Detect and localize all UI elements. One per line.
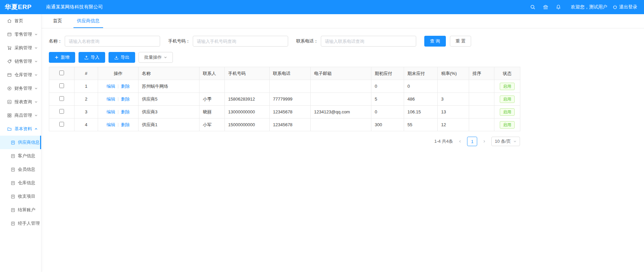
- export-icon: [114, 55, 119, 60]
- supplier-name-cell: 供应商1: [139, 118, 200, 131]
- sidebar-item-sales[interactable]: 销售管理: [0, 55, 41, 68]
- logout-button[interactable]: 退出登录: [613, 4, 637, 10]
- prev-page-button[interactable]: [456, 137, 464, 146]
- sidebar-item-retail[interactable]: 零售管理: [0, 28, 41, 41]
- table-row: 3编辑删除供应商3晓丽13000000000123456781234123@qq…: [49, 106, 520, 118]
- sidebar-item-purchase[interactable]: 采购管理: [0, 41, 41, 55]
- page-size-select[interactable]: 10 条/页: [491, 137, 520, 146]
- edit-link[interactable]: 编辑: [106, 122, 115, 127]
- search-icon[interactable]: [526, 0, 539, 14]
- sidebar-item-home[interactable]: 首页: [0, 14, 41, 28]
- doc-icon: [11, 208, 15, 212]
- sidebar-subitem-supplier[interactable]: 供应商信息: [0, 136, 41, 149]
- sidebar-subitem-member[interactable]: 会员信息: [0, 163, 41, 176]
- end-payable-cell: 55: [404, 118, 438, 131]
- column-header: 期初应付: [371, 67, 404, 80]
- mobile-cell: 13000000000: [225, 106, 270, 118]
- column-header: 期末应付: [404, 67, 438, 80]
- batch-actions-label: 批量操作: [144, 54, 162, 60]
- export-button[interactable]: 导出: [109, 52, 135, 63]
- tab-supplier[interactable]: 供应商信息: [73, 14, 103, 28]
- sidebar-subitem-label: 仓库信息: [18, 180, 35, 186]
- row-select-cell: [49, 80, 74, 93]
- chevron-down-icon: [34, 87, 38, 90]
- name-filter-input[interactable]: [65, 36, 160, 47]
- row-select-cell: [49, 118, 74, 131]
- sidebar-subitem-label: 结算账户: [18, 207, 35, 213]
- import-button[interactable]: 导入: [79, 52, 105, 63]
- delete-link[interactable]: 删除: [121, 84, 130, 89]
- select-all-cell: [49, 67, 74, 80]
- supplier-name-cell: 供应商3: [139, 106, 200, 118]
- mobile-filter-input[interactable]: [193, 36, 288, 47]
- add-button-label: 新增: [61, 54, 69, 60]
- page-number-button[interactable]: 1: [467, 137, 477, 146]
- reset-button[interactable]: 重 置: [450, 36, 471, 47]
- home-icon: [7, 19, 12, 23]
- header-actions: 欢迎您，测试用户 退出登录: [526, 0, 644, 14]
- row-checkbox[interactable]: [59, 96, 64, 101]
- logout-label: 退出登录: [619, 4, 637, 10]
- sidebar-subitem-label: 供应商信息: [18, 139, 40, 145]
- column-header: 操作: [98, 67, 139, 80]
- organization-icon[interactable]: [539, 0, 552, 14]
- delete-link[interactable]: 删除: [121, 122, 130, 127]
- delete-link[interactable]: 删除: [121, 97, 130, 102]
- tab-home[interactable]: 首页: [50, 14, 65, 28]
- column-header: 电子邮箱: [311, 67, 371, 80]
- add-button[interactable]: 新增: [49, 52, 75, 63]
- report-icon: [7, 100, 12, 104]
- page-size-label: 10 条/页: [495, 138, 511, 144]
- action-divider: [118, 84, 118, 88]
- row-index: 2: [74, 93, 98, 106]
- select-all-checkbox[interactable]: [59, 71, 64, 75]
- sidebar-item-warehouse[interactable]: 仓库管理: [0, 68, 41, 82]
- sort-cell: [469, 93, 494, 106]
- row-checkbox[interactable]: [59, 109, 64, 114]
- row-checkbox[interactable]: [59, 122, 64, 127]
- email-cell: [311, 118, 371, 131]
- chevron-down-icon: [34, 73, 38, 77]
- edit-link[interactable]: 编辑: [106, 84, 115, 89]
- chevron-down-icon: [34, 33, 38, 36]
- delete-link[interactable]: 删除: [121, 109, 130, 114]
- edit-link[interactable]: 编辑: [106, 109, 115, 114]
- sidebar-item-goods[interactable]: 商品管理: [0, 109, 41, 122]
- sidebar-item-report[interactable]: 报表查询: [0, 95, 41, 109]
- sidebar-subitem-account[interactable]: 结算账户: [0, 203, 41, 217]
- sidebar-item-label: 商品管理: [14, 112, 32, 118]
- email-cell: [311, 80, 371, 93]
- name-filter-group: 名称：: [49, 36, 160, 47]
- tab-bar: 首页供应商信息: [41, 14, 644, 28]
- sidebar-subitem-inout-item[interactable]: 收支项目: [0, 190, 41, 203]
- batch-actions-dropdown[interactable]: 批量操作: [139, 52, 173, 63]
- app-logo: 华夏ERP: [0, 3, 41, 11]
- sidebar-subitem-label: 客户信息: [18, 153, 35, 159]
- goods-icon: [7, 113, 12, 118]
- begin-payable-cell: 0: [371, 106, 404, 118]
- action-divider: [118, 97, 118, 101]
- row-checkbox[interactable]: [59, 83, 64, 88]
- search-button[interactable]: 查 询: [424, 36, 446, 47]
- doc-icon: [11, 194, 15, 199]
- column-header: 联系人: [200, 67, 225, 80]
- status-badge: 启用: [500, 96, 515, 103]
- sidebar-item-label: 报表查询: [14, 99, 32, 105]
- telephone-filter-input[interactable]: [321, 36, 416, 47]
- sidebar-item-basic[interactable]: 基本资料: [0, 122, 41, 136]
- finance-icon: [7, 86, 12, 91]
- sidebar-subitem-depot[interactable]: 仓库信息: [0, 176, 41, 190]
- mobile-filter-label: 手机号码：: [168, 38, 190, 44]
- status-badge: 启用: [500, 83, 515, 90]
- chevron-down-icon: [34, 100, 38, 104]
- sidebar-item-label: 零售管理: [14, 31, 32, 37]
- sidebar-item-finance[interactable]: 财务管理: [0, 82, 41, 95]
- sidebar-subitem-customer[interactable]: 客户信息: [0, 149, 41, 163]
- edit-link[interactable]: 编辑: [106, 97, 115, 102]
- next-page-button[interactable]: [480, 137, 489, 146]
- table-header: #操作名称联系人手机号码联系电话电子邮箱期初应付期末应付税率(%)排序状态: [49, 67, 520, 80]
- table-toolbar: 新增 导入 导出 批量操作: [49, 52, 637, 63]
- notification-bell-icon[interactable]: [552, 0, 565, 14]
- end-payable-cell: 0: [404, 80, 438, 93]
- sidebar-subitem-handler[interactable]: 经手人管理: [0, 217, 41, 230]
